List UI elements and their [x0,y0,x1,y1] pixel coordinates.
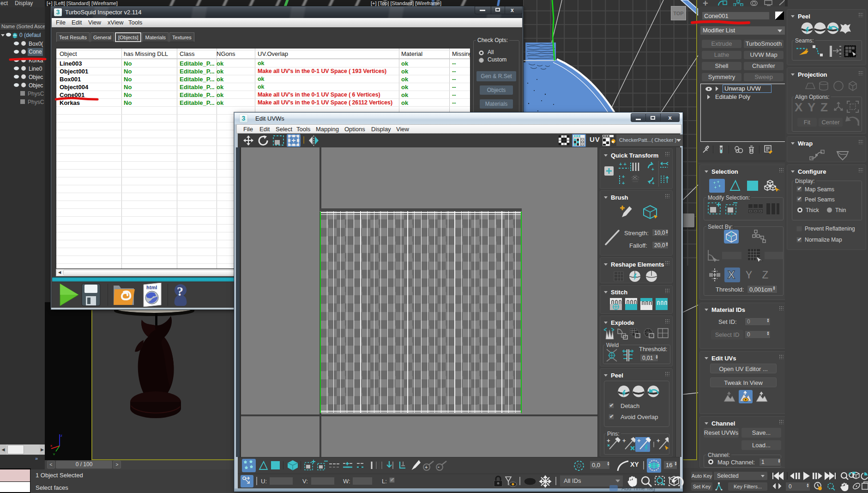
svg-text:html: html [146,285,157,290]
svg-text:+: + [425,464,428,470]
svg-text:+: + [622,437,626,444]
svg-text:+: + [622,174,625,179]
svg-text:+: + [607,437,610,444]
svg-text:-: - [438,464,440,470]
svg-text:+: + [622,180,625,186]
svg-text:+: + [637,437,641,444]
svg-text:z: z [60,433,62,438]
svg-text:x: x [50,444,52,448]
svg-text:+: + [651,167,654,172]
svg-text:?: ? [177,284,183,298]
svg-text:+ +: + + [619,162,627,167]
svg-text:+: + [652,181,655,186]
svg-text:+: + [657,437,660,444]
svg-text:y: y [53,452,55,455]
